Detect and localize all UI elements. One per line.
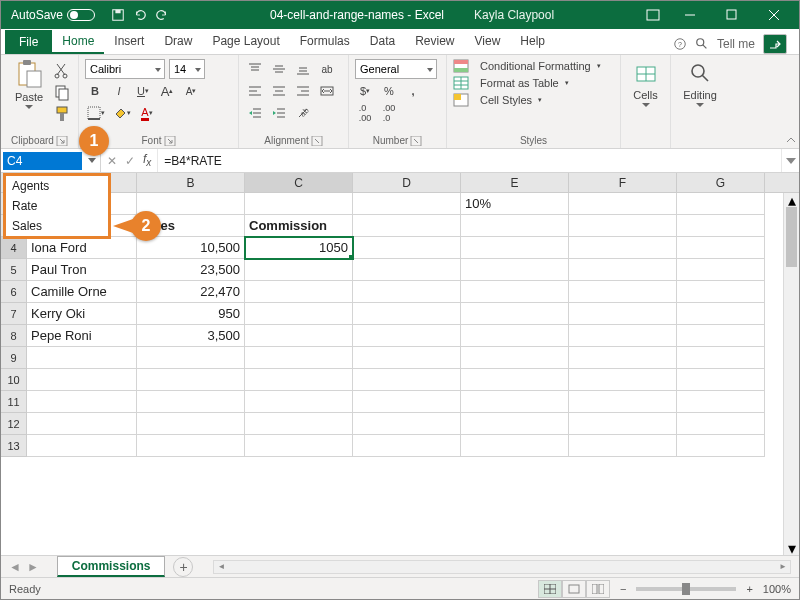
cell[interactable] xyxy=(353,391,461,413)
cell[interactable]: Commission xyxy=(245,215,353,237)
cell[interactable] xyxy=(569,303,677,325)
zoom-level[interactable]: 100% xyxy=(763,583,791,595)
vertical-scrollbar[interactable]: ▴ ▾ xyxy=(783,193,799,555)
cell[interactable] xyxy=(569,259,677,281)
increase-font-icon[interactable]: A▴ xyxy=(157,81,177,101)
align-top-icon[interactable] xyxy=(245,59,265,79)
cell[interactable] xyxy=(137,193,245,215)
cell[interactable] xyxy=(461,215,569,237)
cell[interactable] xyxy=(569,193,677,215)
align-bottom-icon[interactable] xyxy=(293,59,313,79)
column-header-b[interactable]: B xyxy=(137,173,245,192)
tab-draw[interactable]: Draw xyxy=(154,30,202,54)
cell[interactable] xyxy=(461,369,569,391)
collapse-ribbon-icon[interactable] xyxy=(785,134,797,146)
row-header[interactable]: 11 xyxy=(1,391,27,413)
row-header[interactable]: 8 xyxy=(1,325,27,347)
font-name-select[interactable]: Calibri xyxy=(85,59,165,79)
fx-icon[interactable]: fx xyxy=(143,152,151,168)
cell[interactable] xyxy=(677,347,765,369)
minimize-button[interactable] xyxy=(669,1,711,29)
cell[interactable] xyxy=(353,237,461,259)
copy-icon[interactable] xyxy=(53,83,71,101)
view-page-layout-icon[interactable] xyxy=(562,580,586,598)
name-option-rate[interactable]: Rate xyxy=(6,196,108,216)
cell[interactable] xyxy=(245,347,353,369)
cell[interactable] xyxy=(27,347,137,369)
close-button[interactable] xyxy=(753,1,795,29)
font-size-select[interactable]: 14 xyxy=(169,59,205,79)
sheet-tab-active[interactable]: Commissions xyxy=(57,556,166,577)
cell-styles-button[interactable]: Cell Styles▾ xyxy=(453,93,614,107)
ribbon-display-icon[interactable] xyxy=(645,7,661,23)
column-header-g[interactable]: G xyxy=(677,173,765,192)
cell[interactable] xyxy=(245,391,353,413)
cell[interactable] xyxy=(677,435,765,457)
tab-file[interactable]: File xyxy=(5,30,52,54)
search-icon[interactable] xyxy=(695,37,709,51)
cell[interactable] xyxy=(137,391,245,413)
align-middle-icon[interactable] xyxy=(269,59,289,79)
tell-me-label[interactable]: Tell me xyxy=(717,37,755,51)
row-header[interactable]: 5 xyxy=(1,259,27,281)
column-header-f[interactable]: F xyxy=(569,173,677,192)
scroll-down-icon[interactable]: ▾ xyxy=(784,541,799,555)
row-header[interactable]: 6 xyxy=(1,281,27,303)
view-normal-icon[interactable] xyxy=(538,580,562,598)
cell[interactable] xyxy=(245,325,353,347)
cell[interactable] xyxy=(677,391,765,413)
add-sheet-button[interactable]: + xyxy=(173,557,193,577)
tab-insert[interactable]: Insert xyxy=(104,30,154,54)
row-header[interactable]: 9 xyxy=(1,347,27,369)
row-header[interactable]: 12 xyxy=(1,413,27,435)
conditional-formatting-button[interactable]: Conditional Formatting▾ xyxy=(453,59,614,73)
cell[interactable] xyxy=(137,413,245,435)
scrollbar-thumb[interactable] xyxy=(786,207,797,267)
tab-help[interactable]: Help xyxy=(510,30,555,54)
save-icon[interactable] xyxy=(111,8,125,22)
cell[interactable] xyxy=(245,413,353,435)
format-as-table-button[interactable]: Format as Table▾ xyxy=(453,76,614,90)
redo-icon[interactable] xyxy=(155,8,169,22)
cell[interactable]: 950 xyxy=(137,303,245,325)
cell[interactable] xyxy=(461,303,569,325)
cancel-formula-icon[interactable]: ✕ xyxy=(107,154,117,168)
row-header[interactable]: 4 xyxy=(1,237,27,259)
cell[interactable] xyxy=(677,281,765,303)
cell[interactable] xyxy=(569,369,677,391)
sheet-nav-next-icon[interactable]: ► xyxy=(27,560,39,574)
share-button[interactable] xyxy=(763,34,787,54)
cell[interactable] xyxy=(677,303,765,325)
cell[interactable] xyxy=(27,391,137,413)
column-header-c[interactable]: C xyxy=(245,173,353,192)
column-header-e[interactable]: E xyxy=(461,173,569,192)
column-header-d[interactable]: D xyxy=(353,173,461,192)
zoom-out-button[interactable]: − xyxy=(620,583,626,595)
row-header[interactable]: 10 xyxy=(1,369,27,391)
cell[interactable] xyxy=(353,435,461,457)
zoom-slider[interactable] xyxy=(636,587,736,591)
cell[interactable] xyxy=(461,413,569,435)
row-header[interactable]: 13 xyxy=(1,435,27,457)
wrap-text-icon[interactable]: ab xyxy=(317,59,337,79)
cell[interactable] xyxy=(569,391,677,413)
name-option-agents[interactable]: Agents xyxy=(6,176,108,196)
merge-center-icon[interactable] xyxy=(317,81,337,101)
tab-data[interactable]: Data xyxy=(360,30,405,54)
bold-button[interactable]: B xyxy=(85,81,105,101)
cell[interactable] xyxy=(461,325,569,347)
cell[interactable] xyxy=(353,259,461,281)
cell[interactable] xyxy=(677,259,765,281)
scroll-up-icon[interactable]: ▴ xyxy=(784,193,799,207)
cell[interactable] xyxy=(569,281,677,303)
name-box-dropdown-icon[interactable] xyxy=(84,158,100,163)
editing-button[interactable]: Editing xyxy=(677,59,723,109)
cell[interactable] xyxy=(569,413,677,435)
cell[interactable]: Camille Orne xyxy=(27,281,137,303)
orientation-icon[interactable]: ab xyxy=(293,103,313,123)
paste-button[interactable]: Paste xyxy=(7,59,51,109)
border-button[interactable]: ▾ xyxy=(85,103,107,123)
number-format-select[interactable]: General xyxy=(355,59,437,79)
fill-color-button[interactable]: ▾ xyxy=(111,103,133,123)
cell[interactable] xyxy=(569,325,677,347)
